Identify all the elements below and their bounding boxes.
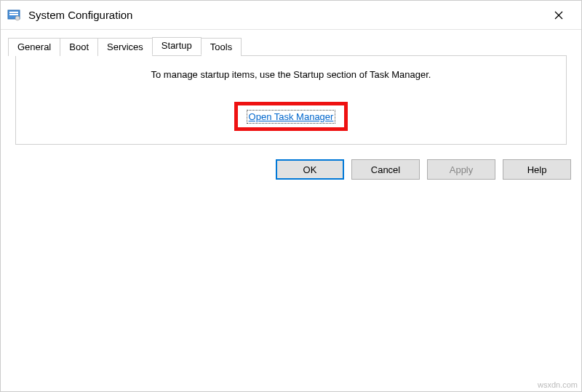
cancel-button[interactable]: Cancel xyxy=(351,159,420,180)
tab-boot[interactable]: Boot xyxy=(60,38,98,56)
open-task-manager-link[interactable]: Open Task Manager xyxy=(247,110,336,124)
ok-button[interactable]: OK xyxy=(276,159,344,180)
apply-button: Apply xyxy=(427,159,495,180)
help-button[interactable]: Help xyxy=(503,159,571,180)
tab-startup[interactable]: Startup xyxy=(152,37,202,55)
instruction-text: To manage startup items, use the Startup… xyxy=(151,69,431,80)
tab-tools[interactable]: Tools xyxy=(201,38,242,56)
button-bar: OK Cancel Apply Help xyxy=(1,152,581,190)
svg-rect-1 xyxy=(9,12,18,13)
window-title: System Configuration xyxy=(28,9,542,21)
highlight-annotation: Open Task Manager xyxy=(234,102,348,131)
app-icon xyxy=(7,8,21,23)
close-button[interactable] xyxy=(542,4,575,27)
system-configuration-window: System Configuration General Boot Servic… xyxy=(0,0,582,392)
tab-area: General Boot Services Startup Tools To m… xyxy=(1,30,581,152)
svg-point-3 xyxy=(15,16,20,20)
close-icon xyxy=(554,11,563,20)
tab-services[interactable]: Services xyxy=(97,38,153,56)
startup-panel: To manage startup items, use the Startup… xyxy=(15,55,567,145)
watermark: wsxdn.com xyxy=(538,380,578,389)
titlebar: System Configuration xyxy=(1,1,581,30)
tab-general[interactable]: General xyxy=(8,38,60,56)
svg-rect-2 xyxy=(9,14,18,15)
tab-strip: General Boot Services Startup Tools xyxy=(8,38,574,56)
